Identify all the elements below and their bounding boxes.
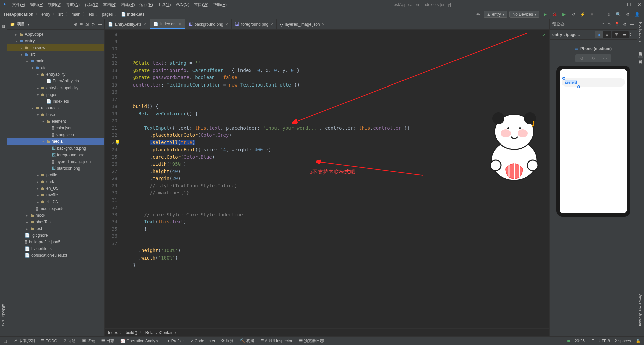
editor-tab[interactable]: 🖼foreground.png× <box>232 19 277 29</box>
single-view-icon[interactable]: ◈ <box>595 31 603 38</box>
view-mode-toggle[interactable]: ◈ ≡ <box>595 31 611 38</box>
minimize-button[interactable]: — <box>616 2 621 7</box>
tree-node[interactable]: ▸🖿zh_CN <box>7 198 104 205</box>
list-view-icon[interactable]: ☰ <box>621 31 629 38</box>
project-tree[interactable]: ▸🖿AppScope▾🖿entry▸🖿.preview▾🖿src▾🖿main▾🖿… <box>7 30 104 336</box>
code-editor[interactable]: 8910111213141516171819202122232425262728… <box>105 30 549 328</box>
menu-e[interactable]: 编辑(E) <box>30 2 43 8</box>
device-selector[interactable]: No Devices ▾ <box>509 11 539 18</box>
editor-tab[interactable]: 🖼background.png× <box>185 19 232 29</box>
menu-v[interactable]: 视图(V) <box>48 2 61 8</box>
tree-node[interactable]: ▸🖿ohosTest <box>7 219 104 225</box>
minimize-icon[interactable]: — <box>630 22 634 27</box>
nav-rotate[interactable]: ⟲ <box>587 54 599 62</box>
git-button[interactable]: ⎌ <box>605 11 612 18</box>
arkui-inspector-tab[interactable]: ☰ ArkUI Inspector <box>260 339 292 343</box>
tree-node[interactable]: ▾🖿entryability <box>7 71 104 78</box>
crop-icon[interactable]: ⛶ <box>630 32 634 37</box>
pin-icon[interactable]: 📍 <box>614 22 620 27</box>
build-tab[interactable]: 🔨 构建 <box>240 338 254 344</box>
breadcrumb-item[interactable]: ets <box>89 12 94 17</box>
breadcrumb-item[interactable]: TestApplication <box>3 12 33 17</box>
tree-node[interactable]: ▸🖿rawfile <box>7 192 104 198</box>
menu-h[interactable]: 帮助(H) <box>213 2 227 8</box>
nav-more[interactable]: ⋯ <box>599 54 611 62</box>
todo-tab[interactable]: ☰ TODO <box>41 339 57 343</box>
breadcrumb-item[interactable]: src <box>58 12 64 17</box>
stack-view-icon[interactable]: ≡ <box>603 31 611 38</box>
settings-icon[interactable]: ⚙ <box>91 22 95 27</box>
tree-node[interactable]: ▾🖿media <box>7 138 104 145</box>
close-button[interactable]: ✕ <box>637 2 641 7</box>
preview-text-input[interactable]: prererd <box>562 78 625 87</box>
tree-node[interactable]: 📄obfuscation-rules.txt <box>7 252 104 259</box>
tree-node[interactable]: ▾🖿main <box>7 58 104 64</box>
breadcrumb-item[interactable]: main <box>72 12 80 17</box>
menu-w[interactable]: 窗口(W) <box>194 2 208 8</box>
editor-breadcrumb-item[interactable]: RelativeContainer <box>145 330 177 335</box>
stop-button[interactable]: ■ <box>588 11 596 18</box>
tree-node[interactable]: {}string.json <box>7 131 104 138</box>
tree-node[interactable]: ▸🖿AppScope <box>7 31 104 38</box>
code-linter-tab[interactable]: ✓ Code Linter <box>190 339 215 343</box>
editor-tab[interactable]: 📄EntryAbility.ets× <box>105 19 150 29</box>
refresh-icon[interactable]: ⟳ <box>608 22 611 27</box>
tree-node[interactable]: ▸🖿mock <box>7 212 104 219</box>
operation-analyzer-tab[interactable]: 📈 Operation Analyzer <box>120 339 161 343</box>
attach-button[interactable]: ⟲ <box>570 11 577 18</box>
notifications-tab[interactable]: Notifications <box>639 22 643 42</box>
tree-node[interactable]: 📄EntryAbility.ets <box>7 78 104 84</box>
tree-node[interactable]: ▾🖿base <box>7 111 104 118</box>
tree-node[interactable]: 🖼foreground.png <box>7 152 104 158</box>
settings-button[interactable]: ⚙ <box>624 11 631 18</box>
menu-t[interactable]: 工具(T) <box>158 2 171 8</box>
close-tab-icon[interactable]: × <box>270 22 273 27</box>
tree-node[interactable]: {}color.json <box>7 125 104 131</box>
terminal-tab[interactable]: ▣ 终端 <box>82 338 95 344</box>
run-button[interactable]: ▶ <box>541 11 549 18</box>
line-ending-label[interactable]: LF <box>589 339 594 343</box>
tree-node[interactable]: ▸🖿en_US <box>7 185 104 192</box>
layout-toggle[interactable]: ⊞ ☰ <box>612 31 629 38</box>
close-tab-icon[interactable]: × <box>322 22 324 27</box>
tree-node[interactable]: ▾🖿pages <box>7 91 104 98</box>
breadcrumb-item[interactable]: 📄 Index.ets <box>121 12 145 17</box>
tree-node[interactable]: ▸🖿test <box>7 225 104 232</box>
editor-tab[interactable]: 📄Index.ets× <box>150 19 185 29</box>
device-browser-tab[interactable]: Device File Browser <box>639 293 643 326</box>
search-button[interactable]: 🔍 <box>614 11 622 18</box>
device-label[interactable]: ▭ Phone (medium) <box>575 46 612 51</box>
menu-r[interactable]: 运行(R) <box>139 2 153 8</box>
tree-node[interactable]: 📄Index.ets <box>7 98 104 105</box>
tabs-more-icon[interactable]: ⋮ <box>539 22 549 27</box>
nav-back[interactable]: ◁ <box>575 54 587 62</box>
tree-node[interactable]: ▾🖿resources <box>7 105 104 111</box>
menu-s[interactable]: VCS(S) <box>175 2 189 8</box>
expand-all-icon[interactable]: ≡ <box>80 22 83 27</box>
profile-button[interactable]: ⚡ <box>579 11 586 18</box>
tree-node[interactable]: ▾🖿src <box>7 51 104 58</box>
preview-log-tab[interactable]: ☰ 预览器日志 <box>299 338 324 344</box>
text-scale-icon[interactable]: T⁺ <box>600 22 604 27</box>
tree-node[interactable]: ▸🖿.preview <box>7 44 104 51</box>
close-tab-icon[interactable]: × <box>225 22 228 27</box>
profile-icon[interactable]: 👤 <box>633 11 641 18</box>
tree-node[interactable]: ▸🖿profile <box>7 172 104 178</box>
coverage-button[interactable]: ▶ <box>560 11 568 18</box>
menu-b[interactable]: 构建(B) <box>121 2 135 8</box>
phone-screen[interactable]: prererd <box>560 69 627 213</box>
hide-icon[interactable]: — <box>98 22 102 27</box>
previewer-tab[interactable]: 预览器 <box>638 56 643 58</box>
target-icon[interactable]: ◎ <box>474 11 482 18</box>
selection-handle-start[interactable] <box>562 77 565 80</box>
editor-breadcrumb-item[interactable]: build() <box>126 330 137 335</box>
menu-r[interactable]: 重构(R) <box>103 2 117 8</box>
tree-node[interactable]: {}layered_image.json <box>7 158 104 165</box>
menu-n[interactable]: 导航(N) <box>66 2 80 8</box>
editor-breadcrumb-item[interactable]: Index <box>108 330 118 335</box>
bookmarks-tab[interactable]: Bookmarks <box>2 308 6 326</box>
breadcrumb-item[interactable]: pages <box>102 12 113 17</box>
encoding-label[interactable]: UTF-8 <box>599 339 610 343</box>
services-tab-bottom[interactable]: ⟳ 服务 <box>221 338 234 344</box>
close-tab-icon[interactable]: × <box>143 22 146 27</box>
